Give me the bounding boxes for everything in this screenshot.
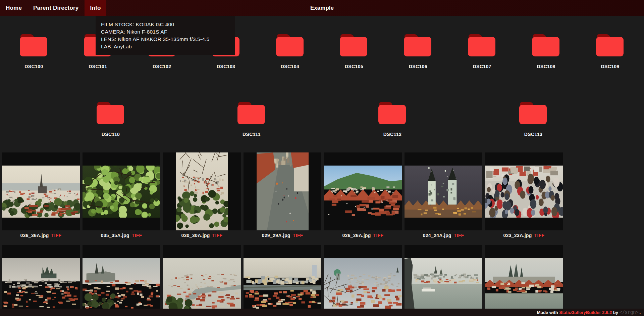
folder-label: DSC103 xyxy=(217,64,235,69)
folder-item-dsc104[interactable]: DSC104 xyxy=(260,25,320,77)
folder-item-dsc112[interactable]: DSC112 xyxy=(362,93,423,144)
folder-item-dsc100[interactable]: DSC100 xyxy=(4,25,64,77)
nav-item-parent-directory[interactable]: Parent Directory xyxy=(28,0,84,16)
page-title: Example xyxy=(310,0,334,16)
footer-srgn-logo[interactable]: </srgn> xyxy=(620,309,638,315)
folder-item-dsc111[interactable]: DSC111 xyxy=(221,93,282,144)
photo-item xyxy=(324,245,402,316)
nav-item-info[interactable]: Info xyxy=(85,0,107,16)
folder-item-dsc107[interactable]: DSC107 xyxy=(452,25,512,77)
folder-item-dsc106[interactable]: DSC106 xyxy=(388,25,448,77)
folder-icon xyxy=(404,34,432,56)
photo-caption: 029_29A.jpgTIFF xyxy=(244,230,321,240)
photo-thumbnail[interactable] xyxy=(324,245,402,316)
folder-item-dsc108[interactable]: DSC108 xyxy=(516,25,576,77)
folder-icon xyxy=(596,34,624,56)
folder-body-shape xyxy=(532,37,559,56)
photo-item xyxy=(83,245,160,316)
footer-builder-link[interactable]: StaticGalleryBuilder 2.6.2 xyxy=(559,310,612,315)
photo-item: 036_36A.jpgTIFF xyxy=(2,152,80,240)
info-line: LAB: AnyLab xyxy=(101,43,229,50)
folder-icon xyxy=(468,34,496,56)
folder-body-shape xyxy=(340,37,367,56)
folder-label: DSC102 xyxy=(153,64,171,69)
photo-item: 022_22A.jpgTIFF xyxy=(2,245,80,316)
folder-label: DSC108 xyxy=(537,64,555,69)
folder-icon xyxy=(340,34,368,56)
photo-item xyxy=(163,245,241,316)
photo-thumbnail[interactable] xyxy=(244,152,321,230)
folder-label: DSC110 xyxy=(102,132,120,137)
caption-filename: 036_36A.jpg xyxy=(20,233,49,238)
folder-body-shape xyxy=(404,37,431,56)
caption-format-tag[interactable]: TIFF xyxy=(51,233,62,238)
gallery-grid: 036_36A.jpgTIFF035_35A.jpgTIFF030_30A.jp… xyxy=(0,152,644,316)
caption-format-tag[interactable]: TIFF xyxy=(293,233,303,238)
folder-body-shape xyxy=(596,37,624,56)
folder-body-shape xyxy=(519,105,547,124)
folder-body-shape xyxy=(468,37,495,56)
caption-filename: 035_35A.jpg xyxy=(101,233,129,238)
photo-thumbnail[interactable] xyxy=(83,245,160,316)
photo-thumbnail[interactable] xyxy=(485,245,563,316)
photo-thumbnail[interactable] xyxy=(2,245,80,316)
caption-format-tag[interactable]: TIFF xyxy=(454,233,464,238)
caption-filename: 023_23A.jpg xyxy=(503,233,532,238)
folder-item-dsc110[interactable]: DSC110 xyxy=(80,93,141,144)
folder-label: DSC112 xyxy=(383,132,402,137)
photo-item xyxy=(485,245,563,316)
nav-item-home[interactable]: Home xyxy=(0,0,28,16)
folder-body-shape xyxy=(378,105,406,124)
info-line: FILM STOCK: KODAK GC 400 xyxy=(101,21,229,28)
photo-item xyxy=(244,245,321,316)
footer-period: . xyxy=(639,310,641,315)
photo-caption: 024_24A.jpgTIFF xyxy=(405,230,482,240)
folder-label: DSC109 xyxy=(601,64,619,69)
photo-thumbnail[interactable] xyxy=(83,152,160,230)
caption-format-tag[interactable]: TIFF xyxy=(132,233,142,238)
folder-label: DSC100 xyxy=(24,64,43,69)
folder-label: DSC107 xyxy=(473,64,491,69)
folder-icon xyxy=(532,34,560,56)
photo-caption: 030_30A.jpgTIFF xyxy=(163,230,241,240)
folder-label: DSC106 xyxy=(409,64,427,69)
photo-thumbnail[interactable] xyxy=(2,152,80,230)
folder-item-dsc105[interactable]: DSC105 xyxy=(324,25,384,77)
info-panel: FILM STOCK: KODAK GC 400CAMERA: Nikon F-… xyxy=(96,16,235,55)
folder-item-dsc109[interactable]: DSC109 xyxy=(580,25,640,77)
photo-caption: 023_23A.jpgTIFF xyxy=(485,230,563,240)
caption-filename: 024_24A.jpg xyxy=(423,233,451,238)
folder-icon xyxy=(20,34,48,56)
photo-thumbnail[interactable] xyxy=(324,152,402,230)
photo-caption: 036_36A.jpgTIFF xyxy=(2,230,80,240)
caption-format-tag[interactable]: TIFF xyxy=(534,233,545,238)
folder-label: DSC104 xyxy=(281,64,299,69)
photo-thumbnail[interactable] xyxy=(163,245,241,316)
info-line: LENS: Nikon AF NIKKOR 35-135mm f/3.5-4.5 xyxy=(101,36,229,43)
folder-label: DSC111 xyxy=(243,132,261,137)
folder-icon xyxy=(519,102,547,124)
folder-label: DSC113 xyxy=(524,132,543,137)
folder-icon xyxy=(237,102,266,124)
folder-item-dsc113[interactable]: DSC113 xyxy=(503,93,564,144)
caption-format-tag[interactable]: TIFF xyxy=(373,233,384,238)
photo-thumbnail[interactable] xyxy=(163,152,241,230)
folder-label: DSC105 xyxy=(345,64,363,69)
photo-item: 023_23A.jpgTIFF xyxy=(485,152,563,240)
photo-thumbnail[interactable] xyxy=(405,245,482,316)
folder-label: DSC101 xyxy=(89,64,107,69)
photo-thumbnail[interactable] xyxy=(244,245,321,316)
photo-thumbnail[interactable] xyxy=(405,152,482,230)
photo-caption: 035_35A.jpgTIFF xyxy=(83,230,160,240)
folder-body-shape xyxy=(237,105,265,124)
caption-filename: 030_30A.jpg xyxy=(181,233,210,238)
photo-thumbnail[interactable] xyxy=(485,152,563,230)
nav-items: HomeParent DirectoryInfo xyxy=(0,0,106,16)
folder-icon xyxy=(97,102,125,124)
nav-bar: HomeParent DirectoryInfo Example xyxy=(0,0,644,16)
caption-filename: 029_29A.jpg xyxy=(262,233,290,238)
footer-bar: Made with StaticGalleryBuilder 2.6.2 by … xyxy=(0,309,644,316)
caption-filename: 026_26A.jpg xyxy=(342,233,371,238)
photo-item: 024_24A.jpgTIFF xyxy=(405,152,482,240)
caption-format-tag[interactable]: TIFF xyxy=(212,233,223,238)
